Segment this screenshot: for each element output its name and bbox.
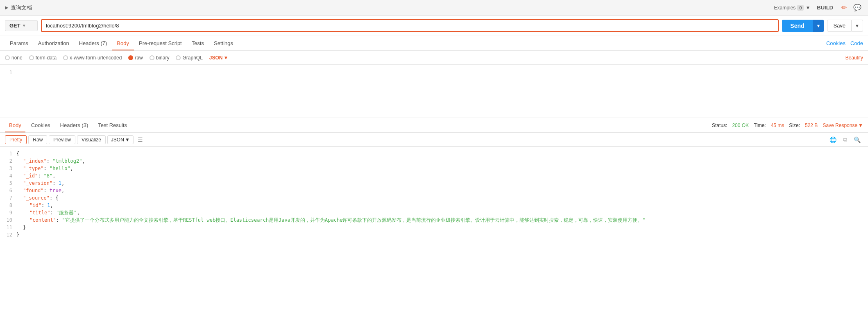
req-tab-right-actions: Cookies Code <box>826 40 863 46</box>
request-tabs: Params Authorization Headers (7) Body Pr… <box>0 36 868 51</box>
top-bar-title-area: ▶ 查询文档 <box>5 4 32 11</box>
radio-urlencoded[interactable]: x-www-form-urlencoded <box>63 55 122 61</box>
resp-line-numbers: 1 2 3 4 5 6 7 8 9 10 11 12 <box>0 149 16 259</box>
body-type-bar: none form-data x-www-form-urlencoded raw… <box>0 51 868 65</box>
radio-urlencoded-dot <box>63 55 68 60</box>
radio-graphql-dot <box>176 55 181 60</box>
radio-graphql[interactable]: GraphQL <box>176 55 202 61</box>
edit-icon[interactable]: ✏ <box>840 3 848 12</box>
top-bar-actions: Examples 0 ▼ BUILD ✏ 💬 <box>774 3 863 12</box>
visualize-button[interactable]: Visualize <box>77 135 106 144</box>
radio-binary[interactable]: binary <box>150 55 170 61</box>
radio-raw-dot <box>128 55 133 60</box>
radio-binary-dot <box>150 55 154 60</box>
tab-settings[interactable]: Settings <box>209 37 238 50</box>
send-button-group: Send ▼ <box>782 20 824 32</box>
tab-pre-request[interactable]: Pre-request Script <box>134 37 187 50</box>
send-button[interactable]: Send <box>782 20 812 32</box>
response-code-area: 1 2 3 4 5 6 7 8 9 10 11 12 { "_index": "… <box>0 147 868 261</box>
resp-code-content: { "_index": "tmlblog2", "_type": "hello"… <box>16 149 868 259</box>
resp-code-line-4: "_id": "8", <box>16 172 863 180</box>
resp-ln-3: 3 <box>0 165 12 172</box>
beautify-button[interactable]: Beautify <box>845 55 863 61</box>
size-value: 522 B <box>805 123 818 128</box>
method-chevron-icon: ▼ <box>22 23 26 28</box>
json-label-text: JSON <box>209 55 223 61</box>
save-response-button[interactable]: Save Response ▼ <box>823 123 863 128</box>
page-title: 查询文档 <box>11 4 32 11</box>
save-button[interactable]: Save <box>827 20 852 32</box>
raw-button[interactable]: Raw <box>28 135 47 144</box>
resp-code-line-2: "_index": "tmlblog2", <box>16 157 863 165</box>
json-chevron-icon: ▼ <box>224 55 229 61</box>
tab-tests[interactable]: Tests <box>187 37 209 50</box>
examples-label: Examples <box>774 5 796 11</box>
examples-chevron-icon: ▼ <box>805 5 810 11</box>
resp-ln-6: 6 <box>0 187 12 194</box>
resp-code-line-1: { <box>16 150 863 157</box>
response-tabs-bar: Body Cookies Headers (3) Test Results St… <box>0 118 868 133</box>
expand-arrow-icon[interactable]: ▶ <box>5 5 8 10</box>
resp-code-line-8: "id": 1, <box>16 202 863 209</box>
resp-code-line-12: } <box>16 231 863 239</box>
time-value: 45 ms <box>771 123 784 128</box>
save-dropdown-arrow[interactable]: ▼ <box>852 20 863 32</box>
radio-raw[interactable]: raw <box>128 55 143 61</box>
resp-ln-8: 8 <box>0 202 12 209</box>
resp-ln-5: 5 <box>0 180 12 187</box>
resp-code-line-3: "_type": "hello", <box>16 165 863 172</box>
resp-code-line-6: "found": true, <box>16 187 863 194</box>
preview-button[interactable]: Preview <box>49 135 75 144</box>
code-link[interactable]: Code <box>850 40 863 46</box>
line-num-1: 1 <box>0 69 12 76</box>
tab-authorization[interactable]: Authorization <box>33 37 74 50</box>
body-type-right: Beautify <box>845 55 863 61</box>
radio-urlencoded-label: x-www-form-urlencoded <box>70 55 122 61</box>
resp-toolbar-right: 🌐 ⧉ 🔍 <box>827 135 863 144</box>
status-value: 200 OK <box>732 123 749 128</box>
resp-ln-4: 4 <box>0 172 12 180</box>
examples-button[interactable]: Examples 0 ▼ <box>774 5 811 11</box>
wrap-icon[interactable]: ☰ <box>135 136 145 144</box>
resp-tab-test-results[interactable]: Test Results <box>94 119 131 132</box>
pretty-button[interactable]: Pretty <box>5 135 27 144</box>
tab-body[interactable]: Body <box>112 37 134 50</box>
resp-ln-11: 11 <box>0 224 12 231</box>
resp-code-line-5: "_version": 1, <box>16 180 863 187</box>
save-response-label: Save Response <box>823 123 857 128</box>
response-toolbar: Pretty Raw Preview Visualize JSON ▼ ☰ 🌐 … <box>0 133 868 147</box>
resp-ln-1: 1 <box>0 150 12 157</box>
examples-count: 0 <box>797 5 804 11</box>
tab-params[interactable]: Params <box>5 37 33 50</box>
method-select[interactable]: GET ▼ <box>5 20 38 31</box>
url-input[interactable] <box>41 19 779 32</box>
tab-headers[interactable]: Headers (7) <box>74 37 112 50</box>
status-label: Status: <box>712 123 727 128</box>
resp-tab-headers[interactable]: Headers (3) <box>56 119 93 132</box>
search-icon[interactable]: 🔍 <box>851 136 863 144</box>
radio-none-label: none <box>11 55 23 61</box>
radio-form-data[interactable]: form-data <box>29 55 57 61</box>
copy-icon[interactable]: ⧉ <box>841 135 850 144</box>
editor-content[interactable] <box>16 68 868 114</box>
comment-icon[interactable]: 💬 <box>852 3 863 12</box>
radio-form-data-label: form-data <box>36 55 57 61</box>
cookies-link[interactable]: Cookies <box>826 40 845 46</box>
build-button[interactable]: BUILD <box>814 3 836 12</box>
radio-none[interactable]: none <box>5 55 23 61</box>
send-dropdown-arrow[interactable]: ▼ <box>813 20 824 32</box>
resp-tab-cookies[interactable]: Cookies <box>27 119 54 132</box>
resp-ln-10: 10 <box>0 216 12 224</box>
save-button-group: Save ▼ <box>827 20 863 32</box>
radio-graphql-label: GraphQL <box>182 55 202 61</box>
resp-tab-body[interactable]: Body <box>5 119 25 132</box>
response-status-bar: Status: 200 OK Time: 45 ms Size: 522 B S… <box>712 123 863 128</box>
json-type-select[interactable]: JSON ▼ <box>209 55 229 61</box>
json-format-select[interactable]: JSON ▼ <box>107 135 134 144</box>
resp-code-line-9: "title": "服务器", <box>16 209 863 216</box>
radio-none-dot <box>5 55 10 60</box>
method-value: GET <box>9 23 20 29</box>
radio-raw-label: raw <box>135 55 143 61</box>
save-response-chevron-icon: ▼ <box>858 123 863 128</box>
globe-icon[interactable]: 🌐 <box>827 136 839 144</box>
